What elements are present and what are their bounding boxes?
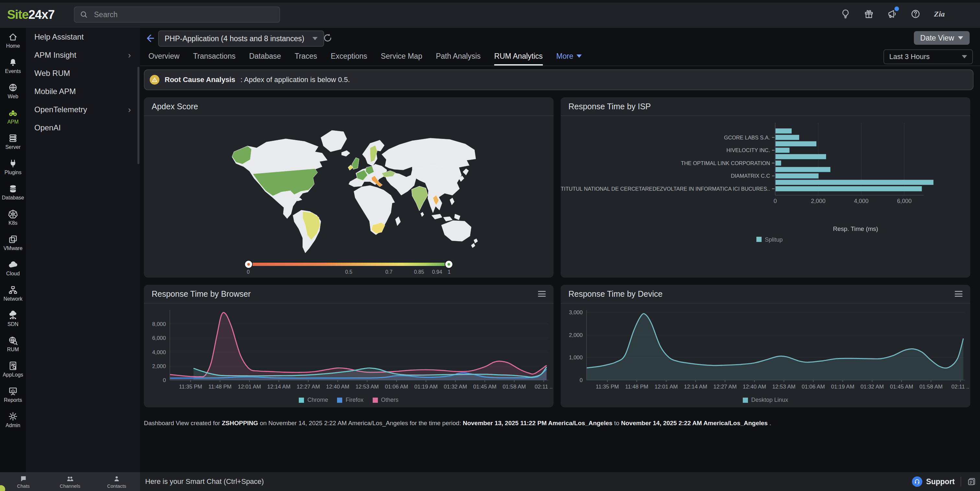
refresh-button[interactable]	[323, 33, 333, 43]
isp-bar[interactable]	[775, 135, 799, 140]
menu-item-web-rum[interactable]: Web RUM	[26, 64, 140, 82]
sidebar-item-web[interactable]: Web	[0, 78, 26, 104]
isp-bar[interactable]	[775, 186, 922, 191]
scale-tick-label: 0	[247, 269, 250, 275]
tab-overview[interactable]: Overview	[148, 47, 180, 65]
sidebar-item-sdn[interactable]: SDN	[0, 306, 26, 332]
card-title: Response Time by Browser	[152, 289, 251, 299]
tab-path-analysis[interactable]: Path Analysis	[436, 47, 480, 65]
feedback-notes-icon[interactable]	[967, 477, 976, 486]
bulb-icon[interactable]	[840, 8, 851, 19]
card-menu-icon[interactable]	[955, 291, 963, 297]
sidebar-item-label: AppLogs	[3, 372, 23, 378]
sidebar-item-cloud[interactable]: Cloud	[0, 255, 26, 281]
isp-bar[interactable]	[775, 174, 819, 179]
sidebar-item-database[interactable]: Database	[0, 180, 26, 205]
legend-item-desktop-linux[interactable]: Desktop Linux	[743, 397, 788, 403]
sidebar-item-k8s[interactable]: K8s	[0, 205, 26, 230]
support-button[interactable]: Support	[912, 477, 955, 487]
tab-database[interactable]: Database	[249, 47, 281, 65]
topbar-icons: Zia	[840, 0, 974, 28]
country-united-kingdom[interactable]	[352, 158, 359, 169]
country-india[interactable]	[412, 186, 428, 211]
svg-text:11:35 PM: 11:35 PM	[596, 384, 619, 390]
megaphone-icon[interactable]	[887, 8, 898, 19]
sidebar-item-server[interactable]: Server	[0, 129, 26, 155]
tab-transactions[interactable]: Transactions	[193, 47, 235, 65]
sidebar-item-reports[interactable]: Reports	[0, 382, 26, 407]
isp-bar[interactable]	[775, 154, 826, 159]
svg-text:4,000: 4,000	[152, 349, 166, 355]
menu-item-help-assistant[interactable]: Help Assistant	[26, 28, 140, 46]
legend-item-firefox[interactable]: Firefox	[337, 397, 363, 403]
tab-more[interactable]: More	[557, 47, 582, 65]
sidebar-item-rum[interactable]: RUM	[0, 332, 26, 357]
sidebar-item-events[interactable]: Events	[0, 53, 26, 78]
search-input[interactable]	[93, 10, 274, 20]
sidebar-item-plugins[interactable]: Plugins	[0, 155, 26, 180]
legend-swatch	[743, 398, 748, 403]
isp-legend-label[interactable]: Splitup	[765, 236, 783, 243]
world-map-svg	[218, 118, 480, 254]
sidebar-item-label: RUM	[7, 347, 19, 352]
menu-item-openai[interactable]: OpenAI	[26, 119, 140, 137]
sidebar-item-vmware[interactable]: VMware	[0, 230, 26, 255]
isp-bar[interactable]	[775, 161, 781, 166]
isp-bar[interactable]	[775, 141, 816, 147]
footer-text: Dashboard View created for	[144, 420, 222, 426]
legend-item-others[interactable]: Others	[373, 397, 399, 403]
apps-grid-icon[interactable]	[963, 8, 974, 19]
zia-icon[interactable]: Zia	[933, 8, 950, 19]
smart-chat-hint[interactable]: Here is your Smart Chat (Ctrl+Space)	[145, 472, 264, 491]
divider	[961, 477, 961, 486]
svg-text:1,000: 1,000	[569, 354, 583, 360]
logo-24x7: 24x7	[29, 8, 55, 21]
svg-text:12:53 AM: 12:53 AM	[772, 384, 795, 390]
isp-bar[interactable]	[775, 128, 792, 134]
chat-dock: ChatsChannelsContacts	[0, 472, 140, 491]
panel-scrollbar[interactable]	[137, 67, 139, 164]
plug-icon	[8, 159, 18, 168]
card-menu-icon[interactable]	[538, 291, 546, 297]
menu-item-mobile-apm[interactable]: Mobile APM	[26, 82, 140, 100]
isp-bar[interactable]	[775, 180, 933, 185]
tab-exceptions[interactable]: Exceptions	[331, 47, 368, 65]
chevron-right-icon: ›	[128, 105, 131, 115]
tab-rum-analytics[interactable]: RUM Analytics	[494, 47, 543, 65]
dock-item-contacts[interactable]: Contacts	[93, 472, 140, 491]
slider-handle-max[interactable]	[445, 260, 453, 268]
response-time-by-browser-card: Response Time by Browser 02,0004,0006,00…	[144, 285, 554, 407]
sidebar-item-home[interactable]: Home	[0, 28, 26, 53]
slider-handle-min[interactable]	[244, 260, 253, 268]
apdex-scale-slider: 00.50.70.850.941	[248, 260, 449, 276]
device-line-chart: 01,0002,0003,00011:35 PM11:48 PM12:01 AM…	[561, 304, 970, 394]
isp-bar[interactable]	[775, 167, 830, 172]
sidebar-item-network[interactable]: Network	[0, 281, 26, 306]
isp-bar-chart-svg: 02,0004,0006,000GCORE LABS S.A.HIVELOCIT…	[561, 116, 970, 278]
menu-item-label: APM Insight	[34, 51, 76, 60]
dock-item-label: Chats	[17, 483, 30, 489]
menu-item-opentelemetry[interactable]: OpenTelemetry›	[26, 100, 140, 119]
help-icon[interactable]	[910, 8, 921, 19]
sidebar-item-label: SDN	[8, 321, 19, 327]
world-map[interactable]	[218, 118, 480, 254]
tab-traces[interactable]: Traces	[294, 47, 317, 65]
dock-item-chats[interactable]: Chats	[0, 472, 47, 491]
time-range-select[interactable]: Last 3 Hours	[883, 49, 973, 64]
sidebar-item-apm[interactable]: APM	[0, 104, 26, 129]
legend-swatch	[299, 398, 304, 403]
sidebar-item-admin[interactable]: Admin	[0, 407, 26, 433]
country-ireland[interactable]	[348, 165, 353, 170]
global-search[interactable]	[74, 6, 280, 23]
isp-bar[interactable]	[775, 148, 789, 153]
menu-item-apm-insight[interactable]: APM Insight›	[26, 46, 140, 64]
gift-icon[interactable]	[863, 8, 874, 19]
back-button[interactable]	[145, 33, 155, 43]
tab-bar: OverviewTransactionsDatabaseTracesExcept…	[148, 47, 582, 65]
legend-item-chrome[interactable]: Chrome	[299, 397, 328, 403]
sidebar-item-applogs[interactable]: AppLogs	[0, 357, 26, 382]
application-selector[interactable]: PHP-Application (4 hosts and 8 instances…	[158, 30, 324, 47]
dock-item-channels[interactable]: Channels	[47, 472, 93, 491]
tab-service-map[interactable]: Service Map	[381, 47, 422, 65]
date-view-button[interactable]: Date View	[914, 31, 970, 45]
